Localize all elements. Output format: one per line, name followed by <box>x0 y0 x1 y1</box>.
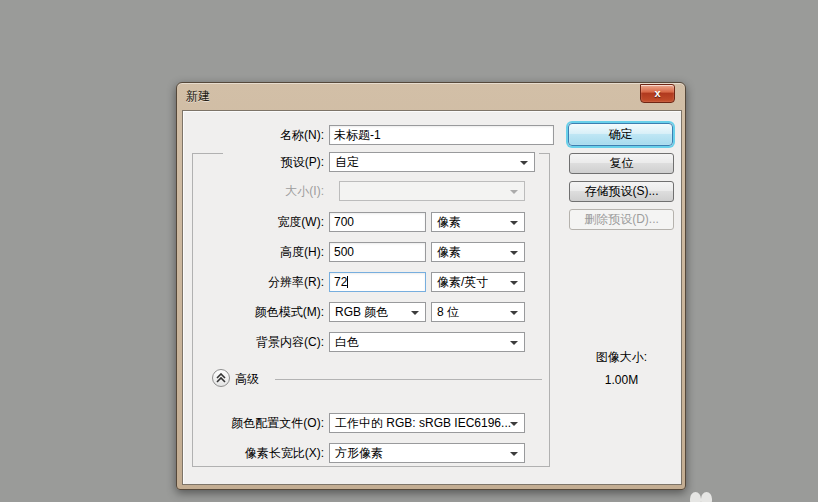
close-button[interactable]: x <box>640 84 675 103</box>
height-input[interactable]: 500 <box>329 242 426 262</box>
background-contents-label: 背景内容(C): <box>189 332 324 352</box>
width-input[interactable]: 700 <box>329 212 426 232</box>
chevron-down-icon <box>411 311 419 315</box>
text-caret <box>347 276 348 288</box>
color-mode-label: 颜色模式(M): <box>189 302 324 322</box>
dialog-body: 名称(N): 未标题-1 预设(P): 自定 大小(I): 宽度(W): 700… <box>182 110 682 485</box>
groupbox-border-bottom <box>192 466 550 467</box>
color-profile-label: 颜色配置文件(O): <box>189 413 324 433</box>
chevron-down-icon <box>510 281 518 285</box>
resolution-unit-dropdown[interactable]: 像素/英寸 <box>431 272 525 292</box>
height-unit-dropdown[interactable]: 像素 <box>431 242 525 262</box>
dialog-titlebar[interactable]: 新建 <box>177 83 685 110</box>
resolution-input[interactable]: 72 <box>329 272 426 292</box>
pixel-aspect-label: 像素长宽比(X): <box>189 443 324 463</box>
groupbox-border-top-right <box>539 153 549 154</box>
size-dropdown <box>339 181 525 201</box>
chevron-down-icon <box>510 452 518 456</box>
dialog-title: 新建 <box>186 88 210 105</box>
ok-button[interactable]: 确定 <box>568 123 673 146</box>
image-size-value: 1.00M <box>569 373 674 387</box>
background-contents-dropdown[interactable]: 白色 <box>329 332 525 352</box>
save-preset-button[interactable]: 存储预设(S)... <box>569 181 674 202</box>
pixel-aspect-dropdown[interactable]: 方形像素 <box>329 443 525 463</box>
chevron-down-icon <box>510 341 518 345</box>
bit-depth-dropdown[interactable]: 8 位 <box>431 302 525 322</box>
preset-label: 预设(P): <box>189 152 324 172</box>
height-label: 高度(H): <box>189 242 324 262</box>
advanced-toggle-button[interactable] <box>212 369 230 387</box>
chevron-down-icon <box>510 221 518 225</box>
image-size-label: 图像大小: <box>569 349 674 366</box>
color-profile-dropdown[interactable]: 工作中的 RGB: sRGB IEC6196... <box>329 413 525 433</box>
chevron-up-double-icon <box>216 373 226 383</box>
size-label: 大小(I): <box>189 181 324 201</box>
name-input[interactable]: 未标题-1 <box>329 125 554 145</box>
desktop-background: { "window": { "title": "新建", "close_glyp… <box>0 0 818 502</box>
groupbox-border-right <box>549 153 550 466</box>
advanced-label: 高级 <box>235 371 259 388</box>
chevron-down-icon <box>510 422 518 426</box>
width-label: 宽度(W): <box>189 212 324 232</box>
chevron-down-icon <box>520 161 528 165</box>
close-icon: x <box>654 87 660 99</box>
chevron-down-icon <box>510 190 518 194</box>
new-document-dialog: 新建 x 名称(N): 未标题-1 预设(P): 自定 大小(I): 宽度(W)… <box>176 82 686 490</box>
delete-preset-button: 删除预设(D)... <box>569 209 674 230</box>
chevron-down-icon <box>510 251 518 255</box>
chevron-down-icon <box>510 311 518 315</box>
resolution-label: 分辨率(R): <box>189 272 324 292</box>
reset-button[interactable]: 复位 <box>569 153 674 174</box>
advanced-separator <box>275 379 542 380</box>
color-mode-dropdown[interactable]: RGB 颜色 <box>329 302 426 322</box>
width-unit-dropdown[interactable]: 像素 <box>431 212 525 232</box>
preset-dropdown[interactable]: 自定 <box>329 152 535 172</box>
watermark-dot <box>690 492 701 502</box>
name-label: 名称(N): <box>189 125 324 145</box>
watermark-dot <box>701 492 712 502</box>
